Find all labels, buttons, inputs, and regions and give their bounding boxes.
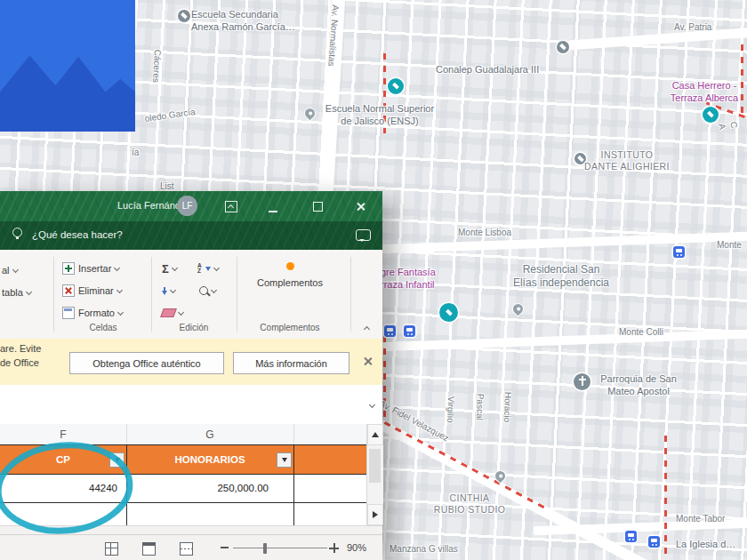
sort-arrow-icon [205, 267, 211, 271]
ribbon-display-options-button[interactable] [220, 195, 243, 218]
school-poi-icon[interactable] [557, 41, 569, 53]
map-label-cinthia[interactable]: CINTHIA RUBIO STUDIO [425, 492, 514, 516]
scroll-right-button[interactable] [367, 504, 383, 525]
zoom-slider[interactable] [233, 548, 327, 548]
map-label-av-patria: Av. Patria [674, 22, 711, 34]
map-label-escuela-normal[interactable]: Escuela Normal Superior de Jalisco (ENSJ… [313, 103, 446, 128]
page-break-view-button[interactable] [180, 542, 193, 556]
tell-me-label: ¿Qué desea hacer? [32, 229, 123, 240]
transit-station-icon[interactable] [673, 246, 685, 258]
scroll-up-button[interactable] [367, 424, 383, 445]
arrow-right-icon [373, 511, 378, 518]
button-label: Insertar [78, 263, 111, 274]
group-divider [53, 257, 54, 332]
zoom-out-button[interactable] [221, 547, 229, 548]
ribbon-display-options-icon [225, 201, 237, 212]
clear-button[interactable] [162, 303, 183, 323]
insert-cells-icon [62, 262, 75, 275]
transit-station-icon[interactable] [625, 531, 637, 542]
add-in-icon [286, 262, 294, 270]
maximize-button[interactable] [306, 195, 329, 218]
format-as-table-button-partial[interactable]: tabla [2, 283, 31, 302]
poi-icon-fantasia[interactable] [439, 303, 458, 322]
page-layout-view-button[interactable] [142, 542, 156, 556]
insert-cells-button[interactable]: Insertar [62, 259, 119, 278]
group-divider [237, 257, 237, 332]
chevron-down-icon [172, 264, 178, 270]
grid-line [293, 445, 294, 525]
map-label-manzana: Manzana G villas [390, 544, 458, 556]
map-label-parroquia[interactable]: Parroquia de San Mateo Apostol [587, 373, 690, 398]
zoom-level[interactable]: 90% [347, 542, 366, 553]
warning-text-line1: are. Evite [0, 343, 41, 354]
chevron-down-icon [170, 286, 176, 292]
feedback-bubble-icon[interactable] [356, 229, 371, 241]
zoom-slider-handle[interactable] [263, 543, 267, 554]
map-label-instituto-dante[interactable]: INSTITUTO DANTE ALIGHIERI [578, 149, 676, 172]
scrollbar-thumb[interactable] [369, 449, 381, 483]
column-header-g[interactable]: G [126, 424, 294, 445]
transit-station-icon[interactable] [648, 536, 660, 548]
chevron-down-icon [26, 288, 32, 294]
add-ins-button[interactable]: Complementos [247, 257, 333, 314]
collapse-ribbon-button[interactable] [364, 326, 370, 332]
map-label-monte-colli: Monte Colli [619, 327, 663, 339]
editing-group-label: Edición [153, 323, 235, 332]
photo-placeholder[interactable] [0, 0, 135, 132]
button-label: Complementos [247, 277, 333, 288]
chevron-down-icon [114, 264, 120, 270]
chevron-down-icon [116, 286, 123, 292]
formula-bar[interactable] [0, 385, 382, 425]
addins-group-label: Complementos [240, 323, 340, 332]
vertical-scrollbar[interactable] [366, 424, 383, 525]
sort-filter-button[interactable]: AZ [197, 259, 219, 278]
tell-me-bar[interactable]: ¿Qué desea hacer? [0, 221, 382, 250]
button-label: tabla [2, 287, 23, 298]
find-select-button[interactable] [199, 281, 216, 300]
map-label-casa-herrero[interactable]: Casa Herrero - Terraza Alberca [656, 80, 747, 105]
map-label-horacio: Horacio [501, 392, 513, 423]
button-label: al [2, 265, 10, 276]
transit-station-icon[interactable] [404, 325, 415, 337]
column-header-partial[interactable] [293, 424, 367, 445]
lightbulb-icon [12, 228, 22, 237]
fill-button[interactable] [162, 281, 175, 300]
close-button[interactable] [349, 195, 372, 218]
more-info-button[interactable]: Más información [233, 352, 349, 374]
map-label-caceres: Cáceres [150, 49, 163, 83]
map-label-conalep[interactable]: Conalep Guadalajara III [436, 64, 539, 76]
chevron-down-icon [12, 266, 19, 272]
map-label-virgilio: Virgilio [444, 396, 456, 423]
annotation-circle [0, 438, 142, 540]
header-cell-honorarios[interactable]: HONORARIOS [126, 445, 293, 474]
school-poi-icon[interactable] [178, 10, 190, 22]
group-divider [151, 257, 152, 332]
poi-icon-casa-herrero[interactable] [703, 107, 719, 123]
chevron-down-icon [211, 286, 217, 292]
close-icon [356, 202, 365, 212]
arrow-up-icon [372, 432, 379, 437]
honorarios-filter-button[interactable] [277, 452, 292, 468]
get-genuine-office-button[interactable]: Obtenga Office auténtico [69, 352, 224, 374]
cell-honorarios-value[interactable]: 250,000.00 [126, 474, 269, 503]
format-cells-button[interactable]: Formato [62, 303, 123, 323]
map-label-fantasia[interactable]: gre Fantasía rraza Infantil [381, 267, 436, 292]
button-label: Formato [78, 308, 115, 318]
expand-formula-bar-button[interactable] [369, 402, 375, 408]
school-poi-icon-highlight[interactable] [388, 78, 404, 94]
sort-z-glyph: Z [197, 268, 202, 274]
user-avatar[interactable]: LF [177, 196, 197, 216]
license-warning-bar: are. Evite de Office Obtenga Office auté… [0, 339, 382, 386]
delete-cells-button[interactable]: Eliminar [62, 281, 122, 300]
minimize-button[interactable] [261, 200, 285, 223]
chevron-down-icon [117, 308, 124, 315]
normal-view-button[interactable] [105, 542, 118, 556]
transit-station-icon[interactable] [384, 325, 396, 337]
map-label-escuela-secundaria[interactable]: Escuela Secundaria Anexa Ramón García… [191, 9, 295, 34]
boundary-dash [664, 436, 667, 560]
autosum-button[interactable]: Σ [162, 259, 177, 278]
map-label-la-iglesia[interactable]: La Iglesia d… [676, 539, 735, 551]
zoom-in-button[interactable] [329, 543, 339, 553]
fill-down-icon [162, 287, 167, 295]
conditional-formatting-button-partial[interactable]: al [2, 260, 18, 280]
